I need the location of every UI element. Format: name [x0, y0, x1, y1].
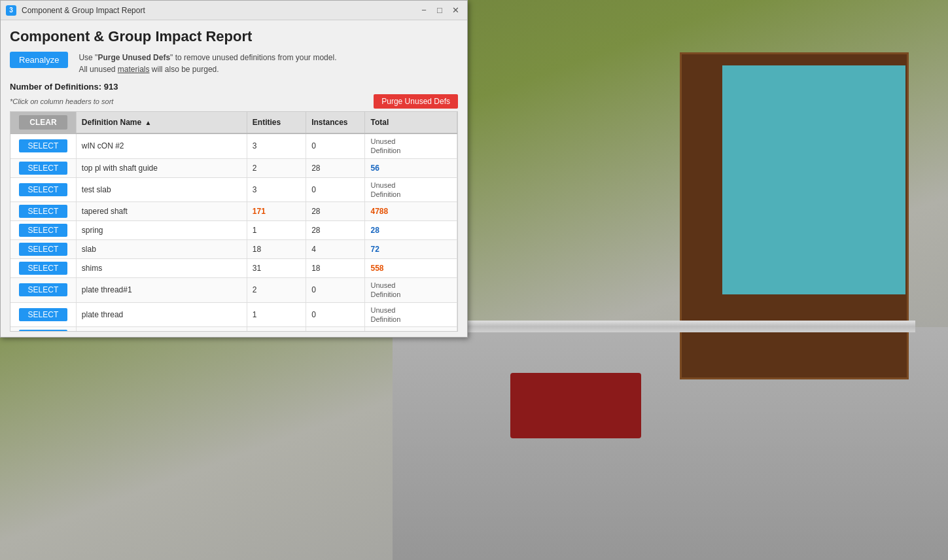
- materials-text: materials: [118, 65, 150, 74]
- table-row: SELECTtapered shaft171284788: [10, 202, 457, 221]
- name-cell: spring: [76, 221, 247, 240]
- purge-unused-button[interactable]: Purge Unused Defs: [374, 94, 458, 109]
- instances-cell: 28: [306, 327, 365, 332]
- select-button[interactable]: SELECT: [19, 139, 68, 152]
- clear-button[interactable]: CLEAR: [19, 115, 67, 130]
- select-button[interactable]: SELECT: [19, 224, 68, 237]
- entities-cell: 1: [247, 302, 306, 327]
- select-button[interactable]: SELECT: [19, 308, 68, 321]
- purge-hint-line1: Use "Purge Unused Defs" to remove unused…: [79, 52, 336, 63]
- select-cell: SELECT: [10, 259, 76, 278]
- select-cell: SELECT: [10, 302, 76, 327]
- total-cell: UnusedDefinition: [365, 133, 457, 158]
- entities-cell: 31: [247, 259, 306, 278]
- dialog-title: Component & Group Impact Report: [10, 28, 458, 45]
- table-body: SELECTwIN cON #230UnusedDefinitionSELECT…: [10, 133, 457, 332]
- select-cell: SELECT: [10, 202, 76, 221]
- instances-cell: 28: [306, 202, 365, 221]
- purge-defs-bold: Purge Unused Defs: [97, 53, 170, 62]
- name-cell: test slab: [76, 177, 247, 202]
- table-header-row: CLEAR Definition Name ▲ Entities Instanc…: [10, 112, 457, 133]
- name-cell: wIN cON #2: [76, 133, 247, 158]
- instances-cell: 0: [306, 278, 365, 303]
- total-cell: UnusedDefinition: [365, 278, 457, 303]
- table-row: SELECTplate thread#120UnusedDefinition: [10, 278, 457, 303]
- select-button[interactable]: SELECT: [19, 205, 68, 218]
- name-column-header[interactable]: Definition Name ▲: [76, 112, 247, 133]
- entities-cell: 3: [247, 133, 306, 158]
- select-cell: SELECT: [10, 158, 76, 177]
- total-cell: UnusedDefinition: [365, 302, 457, 327]
- name-cell: partial threaded rod: [76, 327, 247, 332]
- select-cell: SELECT: [10, 327, 76, 332]
- purge-hint: Use "Purge Unused Defs" to remove unused…: [79, 52, 336, 75]
- name-cell: shims: [76, 259, 247, 278]
- name-cell: tapered shaft: [76, 202, 247, 221]
- table-row: SELECTplate thread10UnusedDefinition: [10, 302, 457, 327]
- table-row: SELECTpartial threaded rod172284816: [10, 327, 457, 332]
- instances-cell: 0: [306, 302, 365, 327]
- table-row: SELECTshims3118558: [10, 259, 457, 278]
- dialog-body: Component & Group Impact Report Reanalyz…: [1, 20, 467, 337]
- select-button[interactable]: SELECT: [19, 262, 68, 275]
- name-cell: slab: [76, 240, 247, 259]
- title-bar: 3 Component & Group Impact Report − □ ✕: [1, 1, 467, 20]
- select-button[interactable]: SELECT: [19, 243, 68, 256]
- num-definitions: Number of Definitions: 913: [10, 82, 458, 92]
- table-row: SELECTtest slab30UnusedDefinition: [10, 177, 457, 202]
- dialog-window: 3 Component & Group Impact Report − □ ✕ …: [0, 0, 468, 338]
- instances-cell: 0: [306, 177, 365, 202]
- total-cell: 558: [365, 259, 457, 278]
- instances-cell: 4: [306, 240, 365, 259]
- select-cell: SELECT: [10, 221, 76, 240]
- scene-rail: [406, 321, 915, 332]
- name-cell: plate thread#1: [76, 278, 247, 303]
- entities-column-header[interactable]: Entities: [247, 112, 306, 133]
- entities-cell: 2: [247, 278, 306, 303]
- entities-cell: 172: [247, 327, 306, 332]
- entities-cell: 2: [247, 158, 306, 177]
- total-cell: 4788: [365, 202, 457, 221]
- name-cell: plate thread: [76, 302, 247, 327]
- table-row: SELECTslab18472: [10, 240, 457, 259]
- select-button[interactable]: SELECT: [19, 330, 68, 332]
- app-icon: 3: [6, 5, 16, 16]
- select-button[interactable]: SELECT: [19, 283, 68, 296]
- total-column-header[interactable]: Total: [365, 112, 457, 133]
- table-wrapper[interactable]: CLEAR Definition Name ▲ Entities Instanc…: [10, 111, 458, 332]
- select-button[interactable]: SELECT: [19, 162, 68, 175]
- total-cell: 4816: [365, 327, 457, 332]
- definitions-table: CLEAR Definition Name ▲ Entities Instanc…: [10, 112, 457, 332]
- maximize-button[interactable]: □: [433, 4, 446, 17]
- purge-hint-line2: All unused materials will also be purged…: [79, 63, 336, 75]
- instances-cell: 28: [306, 221, 365, 240]
- instances-cell: 18: [306, 259, 365, 278]
- select-button[interactable]: SELECT: [19, 183, 68, 196]
- total-cell: 56: [365, 158, 457, 177]
- total-cell: 28: [365, 221, 457, 240]
- entities-cell: 3: [247, 177, 306, 202]
- scene-door-glass: [722, 65, 905, 294]
- table-row: SELECTtop pl with shaft guide22856: [10, 158, 457, 177]
- table-row: SELECTwIN cON #230UnusedDefinition: [10, 133, 457, 158]
- minimize-button[interactable]: −: [417, 4, 430, 17]
- title-bar-text: Component & Group Impact Report: [22, 6, 415, 15]
- select-cell: SELECT: [10, 278, 76, 303]
- instances-cell: 28: [306, 158, 365, 177]
- total-cell: 72: [365, 240, 457, 259]
- close-button[interactable]: ✕: [449, 4, 462, 17]
- table-toolbar: *Click on column headers to sort Purge U…: [10, 94, 458, 109]
- entities-cell: 1: [247, 221, 306, 240]
- select-cell: SELECT: [10, 240, 76, 259]
- table-row: SELECTspring12828: [10, 221, 457, 240]
- select-cell: SELECT: [10, 133, 76, 158]
- name-cell: top pl with shaft guide: [76, 158, 247, 177]
- entities-cell: 18: [247, 240, 306, 259]
- top-row: Reanalyze Use "Purge Unused Defs" to rem…: [10, 52, 458, 75]
- total-cell: UnusedDefinition: [365, 177, 457, 202]
- select-cell: SELECT: [10, 177, 76, 202]
- instances-cell: 0: [306, 133, 365, 158]
- clear-column-header[interactable]: CLEAR: [10, 112, 76, 133]
- reanalyze-button[interactable]: Reanalyze: [10, 52, 68, 68]
- instances-column-header[interactable]: Instances: [306, 112, 365, 133]
